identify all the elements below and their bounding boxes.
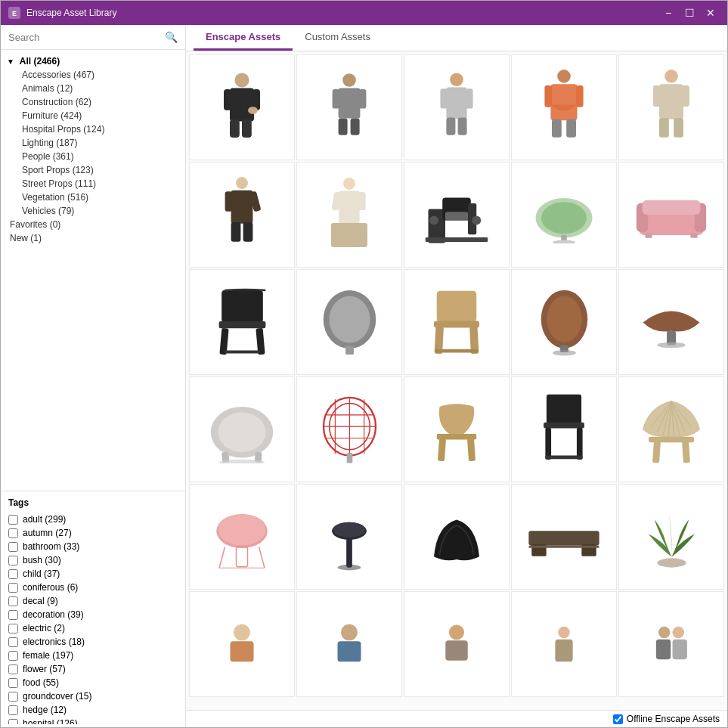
tag-decal-checkbox[interactable] bbox=[8, 596, 18, 606]
asset-cell[interactable] bbox=[404, 591, 510, 697]
tree-item-street-props[interactable]: Street Props (111) bbox=[1, 177, 185, 191]
close-button[interactable]: ✕ bbox=[702, 5, 720, 20]
tag-bush: bush (30) bbox=[8, 553, 175, 567]
svg-point-134 bbox=[558, 627, 570, 639]
minimize-button[interactable]: − bbox=[659, 5, 677, 20]
svg-rect-24 bbox=[576, 85, 584, 107]
tag-bush-checkbox[interactable] bbox=[8, 556, 18, 565]
svg-rect-101 bbox=[545, 456, 582, 460]
svg-rect-121 bbox=[346, 538, 352, 567]
svg-rect-96 bbox=[467, 438, 476, 462]
asset-cell[interactable] bbox=[189, 484, 295, 590]
tag-bathroom-checkbox[interactable] bbox=[8, 542, 18, 552]
tree-item-favorites[interactable]: Favorites (0) bbox=[1, 218, 185, 231]
asset-cell[interactable] bbox=[511, 376, 617, 482]
tree-item-sport-props[interactable]: Sport Props (123) bbox=[1, 163, 185, 177]
tag-groundcover: groundcover (15) bbox=[8, 689, 175, 703]
tab-enscape-assets[interactable]: Enscape Assets bbox=[194, 25, 293, 51]
tag-hospital-checkbox[interactable] bbox=[8, 719, 18, 725]
tag-electronics-checkbox[interactable] bbox=[8, 637, 18, 647]
tag-groundcover-checkbox[interactable] bbox=[8, 692, 18, 702]
asset-person-small-4 bbox=[534, 621, 593, 668]
asset-cell[interactable] bbox=[296, 376, 402, 482]
tag-coniferous-label: coniferous (6) bbox=[23, 582, 78, 593]
tree-item-furniture[interactable]: Furniture (424) bbox=[1, 109, 185, 122]
svg-rect-11 bbox=[333, 89, 340, 109]
svg-rect-38 bbox=[243, 222, 253, 242]
asset-grid-container[interactable] bbox=[186, 51, 727, 710]
tag-autumn-checkbox[interactable] bbox=[8, 528, 18, 538]
tab-custom-assets[interactable]: Custom Assets bbox=[293, 25, 383, 51]
offline-checkbox[interactable] bbox=[613, 714, 623, 724]
tag-electric-checkbox[interactable] bbox=[8, 624, 18, 634]
maximize-button[interactable]: ☐ bbox=[680, 5, 699, 20]
tag-hedge-checkbox[interactable] bbox=[8, 705, 18, 715]
svg-point-52 bbox=[541, 202, 587, 234]
asset-cell[interactable] bbox=[618, 269, 724, 375]
bottom-bar: Offline Enscape Assets bbox=[186, 710, 727, 727]
tag-flower-checkbox[interactable] bbox=[8, 664, 18, 674]
svg-point-48 bbox=[429, 216, 438, 225]
tag-child-checkbox[interactable] bbox=[8, 569, 18, 579]
tree-item-people[interactable]: People (361) bbox=[1, 150, 185, 163]
asset-chair-womb bbox=[204, 395, 280, 463]
asset-cell[interactable] bbox=[296, 162, 402, 268]
tag-female-label: female (197) bbox=[23, 650, 73, 661]
tree-item-vegetation[interactable]: Vegetation (516) bbox=[1, 191, 185, 204]
asset-cell[interactable] bbox=[618, 162, 724, 268]
tag-adult-checkbox[interactable] bbox=[8, 515, 18, 525]
tree-item-vehicles[interactable]: Vehicles (79) bbox=[1, 204, 185, 218]
tag-electric-label: electric (2) bbox=[23, 623, 65, 634]
asset-cell[interactable] bbox=[404, 269, 510, 375]
asset-cell[interactable] bbox=[189, 269, 295, 375]
svg-point-15 bbox=[450, 73, 463, 86]
asset-cell[interactable] bbox=[511, 54, 617, 160]
asset-cell[interactable] bbox=[618, 591, 724, 697]
svg-rect-69 bbox=[437, 291, 477, 322]
asset-cell[interactable] bbox=[404, 162, 510, 268]
svg-rect-135 bbox=[555, 640, 572, 661]
asset-table-pink-oval bbox=[208, 503, 276, 571]
asset-cell[interactable] bbox=[404, 54, 510, 160]
tag-coniferous-checkbox[interactable] bbox=[8, 583, 18, 593]
asset-cell[interactable] bbox=[296, 54, 402, 160]
asset-cell[interactable] bbox=[511, 591, 617, 697]
asset-cell[interactable] bbox=[296, 591, 402, 697]
asset-cell[interactable] bbox=[618, 484, 724, 590]
tree-item-accessories[interactable]: Accessories (467) bbox=[1, 68, 185, 82]
svg-rect-123 bbox=[528, 531, 599, 545]
svg-point-54 bbox=[553, 240, 575, 243]
search-input[interactable] bbox=[8, 32, 165, 43]
asset-cell[interactable] bbox=[189, 591, 295, 697]
asset-cell[interactable] bbox=[511, 269, 617, 375]
tree-item-animals[interactable]: Animals (12) bbox=[1, 82, 185, 95]
svg-point-122 bbox=[338, 565, 361, 571]
asset-cell[interactable] bbox=[618, 376, 724, 482]
tree-item-new[interactable]: New (1) bbox=[1, 231, 185, 245]
tag-decoration-checkbox[interactable] bbox=[8, 610, 18, 620]
asset-cell[interactable] bbox=[511, 162, 617, 268]
tree-item-hospital-props[interactable]: Hospital Props (124) bbox=[1, 122, 185, 136]
tree-item-lighting[interactable]: Lighting (187) bbox=[1, 136, 185, 150]
asset-cell[interactable] bbox=[189, 162, 295, 268]
svg-rect-29 bbox=[653, 85, 661, 106]
asset-cell[interactable] bbox=[511, 484, 617, 590]
tag-food-checkbox[interactable] bbox=[8, 678, 18, 688]
asset-cell[interactable] bbox=[189, 54, 295, 160]
asset-cell[interactable] bbox=[404, 484, 510, 590]
svg-rect-22 bbox=[550, 84, 577, 120]
asset-cell[interactable] bbox=[404, 376, 510, 482]
asset-cell[interactable] bbox=[618, 54, 724, 160]
tags-title: Tags bbox=[8, 497, 178, 508]
asset-cell[interactable] bbox=[189, 376, 295, 482]
svg-point-79 bbox=[657, 342, 686, 348]
asset-gym-machine bbox=[423, 181, 491, 249]
svg-rect-14 bbox=[351, 118, 360, 135]
tree-item-construction[interactable]: Construction (62) bbox=[1, 95, 185, 109]
asset-cell[interactable] bbox=[296, 484, 402, 590]
tree-root-all[interactable]: ▼ All (2466) bbox=[1, 54, 185, 68]
asset-person-small-5 bbox=[642, 621, 701, 668]
asset-cell[interactable] bbox=[296, 269, 402, 375]
asset-plant-aloe bbox=[640, 502, 704, 572]
tag-female-checkbox[interactable] bbox=[8, 651, 18, 661]
